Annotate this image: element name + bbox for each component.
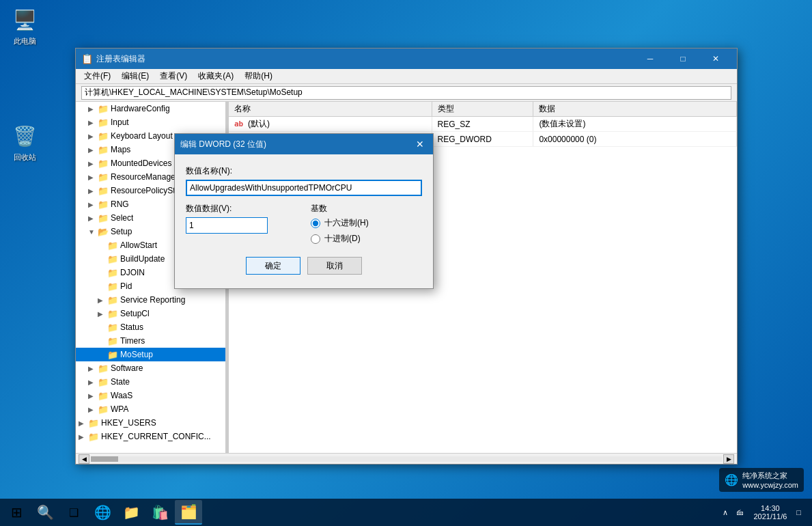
dialog-cancel-button[interactable]: 取消 [307,257,362,275]
value-data-row: 数值数据(V): 基数 十六进制(H) 十进制(D) [186,203,422,245]
scroll-left-btn[interactable]: ◀ [79,454,89,464]
desktop-icon-recycle-bin[interactable]: 🗑️ 回收站 [8,120,41,165]
search-icon: 🔍 [37,504,54,521]
tray-chevron[interactable]: ∧ [720,507,731,518]
radio-decimal-label: 十进制(D) [324,233,361,245]
entry-data-default: (数值未设置) [533,117,737,131]
address-input[interactable] [81,86,731,100]
window-title: 注册表编辑器 [96,53,145,65]
entry-data-allow: 0x00000000 (0) [533,132,737,146]
regedit-taskbar-icon: 🗂️ [180,503,197,520]
entry-type-allow: REG_DWORD [432,132,534,146]
value-data-label: 数值数据(V): [186,203,297,214]
tree-item-software[interactable]: ▶ 📁 Software [76,361,225,375]
tree-item-setupcl[interactable]: ▶ 📁 SetupCl [76,307,225,320]
watermark-brand: 纯净系统之家 [742,471,798,481]
tree-item-hardwareconfig[interactable]: ▶ 📁 HardwareConfig [76,102,225,115]
base-label: 基数 [311,203,422,214]
value-name-input[interactable] [186,180,422,196]
column-headers: 名称 类型 数据 [229,102,737,117]
base-col: 基数 十六进制(H) 十进制(D) [311,203,422,245]
keyboard-tray[interactable]: 🖮 [733,507,746,518]
radio-group: 十六进制(H) 十进制(D) [311,214,422,245]
watermark-logo-icon: 🌐 [725,473,738,486]
dword-dialog: 编辑 DWORD (32 位值) ✕ 数值名称(N): 数值数据(V): 基数 … [174,133,434,289]
scroll-thumb[interactable] [91,456,118,462]
close-button[interactable]: ✕ [700,49,731,69]
menu-edit[interactable]: 编辑(E) [116,69,154,83]
value-data-section: 数值数据(V): [186,203,297,234]
value-name-section: 数值名称(N): [186,165,422,196]
dialog-title-bar: 编辑 DWORD (32 位值) ✕ [175,134,433,154]
recycle-bin-icon: 🗑️ [11,122,38,150]
system-tray: ∧ 🖮 14:30 2021/11/6 □ [720,503,809,522]
address-bar [76,84,737,102]
watermark: 🌐 纯净系统之家 www.ycwjzy.com [719,468,804,492]
taskbar-store[interactable]: 🛍️ [146,500,173,525]
horizontal-scrollbar[interactable]: ◀ ▶ [76,453,737,464]
dialog-buttons: 确定 取消 [186,251,422,277]
value-data-input[interactable] [186,217,268,234]
tree-item-mosetup[interactable]: 📁 MoSetup [76,348,225,361]
start-icon: ⊞ [11,504,23,521]
tree-item-input[interactable]: ▶ 📁 Input [76,115,225,129]
desktop-icon-this-pc[interactable]: 🖥️ 此电脑 [8,3,41,49]
entry-type-default: REG_SZ [432,117,534,131]
menu-favorites[interactable]: 收藏夹(A) [193,69,239,83]
tree-item-state[interactable]: ▶ 📁 State [76,375,225,389]
value-name-label: 数值名称(N): [186,165,422,177]
radio-hex[interactable]: 十六进制(H) [311,217,422,229]
start-button[interactable]: ⊞ [3,500,30,525]
dialog-body: 数值名称(N): 数值数据(V): 基数 十六进制(H) [175,154,433,288]
task-view-icon: ❑ [69,506,79,519]
value-data-col: 数值数据(V): [186,203,297,245]
clock-time: 14:30 [761,504,780,512]
col-type: 类型 [432,102,534,116]
dialog-close-button[interactable]: ✕ [412,137,428,152]
minimize-button[interactable]: ─ [634,49,666,69]
radio-decimal[interactable]: 十进制(D) [311,233,422,245]
entry-name-default: ab (默认) [229,117,432,131]
edge-icon: 🌐 [94,504,111,521]
scroll-right-btn[interactable]: ▶ [723,454,734,464]
clock[interactable]: 14:30 2021/11/6 [749,503,791,522]
title-bar: 📋 注册表编辑器 ─ □ ✕ [76,49,737,69]
watermark-url: www.ycwjzy.com [742,481,798,489]
notification-center[interactable]: □ [794,507,804,518]
taskbar: ⊞ 🔍 ❑ 🌐 📁 🛍️ 🗂️ ∧ 🖮 14:30 2021/11/6 □ [0,499,812,526]
task-view-button[interactable]: ❑ [60,500,87,525]
tree-item-wpa[interactable]: ▶ 📁 WPA [76,402,225,416]
regedit-app-icon: 📋 [81,53,92,64]
table-row[interactable]: ab (默认) REG_SZ (数值未设置) [229,117,737,132]
menu-bar: 文件(F) 编辑(E) 查看(V) 收藏夹(A) 帮助(H) [76,69,737,84]
clock-date: 2021/11/6 [753,512,787,521]
this-pc-label: 此电脑 [14,36,36,46]
search-button[interactable]: 🔍 [31,500,59,525]
tree-item-waas[interactable]: ▶ 📁 WaaS [76,389,225,402]
tree-item-hkey-current-config[interactable]: ▶ 📁 HKEY_CURRENT_CONFIC... [76,430,225,443]
store-icon: 🛍️ [152,504,169,521]
menu-file[interactable]: 文件(F) [79,69,116,83]
radio-hex-label: 十六进制(H) [324,217,369,229]
recycle-bin-label: 回收站 [14,152,36,163]
scroll-track[interactable] [91,456,722,462]
menu-help[interactable]: 帮助(H) [239,69,278,83]
col-name: 名称 [229,102,432,116]
ab-icon: ab [234,120,245,128]
taskbar-regedit[interactable]: 🗂️ [175,500,202,525]
tree-item-timers[interactable]: 📁 Timers [76,334,225,348]
tree-item-hkey-users[interactable]: ▶ 📁 HKEY_USERS [76,416,225,430]
taskbar-explorer[interactable]: 📁 [117,500,145,525]
tree-item-status[interactable]: 📁 Status [76,320,225,334]
maximize-button[interactable]: □ [667,49,699,69]
tree-item-service-reporting[interactable]: ▶ 📁 Service Reporting [76,293,225,307]
this-pc-icon: 🖥️ [11,6,38,33]
taskbar-edge[interactable]: 🌐 [89,500,116,525]
menu-view[interactable]: 查看(V) [154,69,193,83]
col-data: 数据 [533,102,737,116]
dialog-ok-button[interactable]: 确定 [246,257,300,275]
explorer-icon: 📁 [123,504,140,521]
dialog-title: 编辑 DWORD (32 位值) [180,139,266,150]
